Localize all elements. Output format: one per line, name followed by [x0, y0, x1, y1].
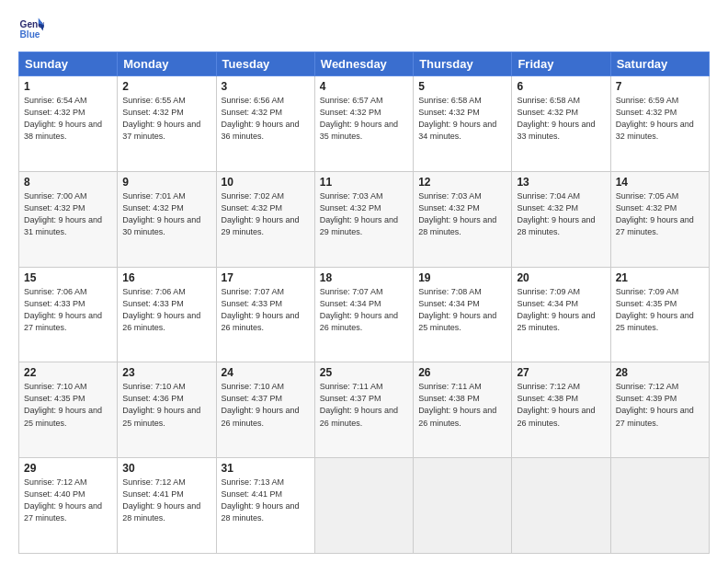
day-info: Sunrise: 7:10 AMSunset: 4:37 PMDaylight:…	[222, 382, 300, 427]
day-info: Sunrise: 7:03 AMSunset: 4:32 PMDaylight:…	[418, 191, 496, 236]
day-number: 31	[222, 462, 310, 475]
calendar-cell: 21Sunrise: 7:09 AMSunset: 4:35 PMDayligh…	[610, 267, 709, 362]
calendar-cell: 10Sunrise: 7:02 AMSunset: 4:32 PMDayligh…	[216, 171, 314, 267]
day-number: 16	[122, 271, 210, 284]
day-number: 4	[320, 80, 408, 93]
day-number: 13	[517, 176, 605, 189]
calendar-cell: 7Sunrise: 6:59 AMSunset: 4:32 PMDaylight…	[610, 76, 709, 172]
day-number: 26	[418, 366, 506, 379]
day-number: 17	[222, 271, 310, 284]
day-info: Sunrise: 7:12 AMSunset: 4:40 PMDaylight:…	[24, 477, 102, 523]
weekday-header-row: SundayMondayTuesdayWednesdayThursdayFrid…	[19, 52, 710, 76]
calendar-cell: 2Sunrise: 6:55 AMSunset: 4:32 PMDaylight…	[118, 76, 216, 172]
weekday-monday: Monday	[118, 52, 216, 76]
calendar-cell: 12Sunrise: 7:03 AMSunset: 4:32 PMDayligh…	[414, 171, 512, 267]
weekday-thursday: Thursday	[414, 52, 512, 76]
weekday-tuesday: Tuesday	[216, 52, 314, 76]
calendar-cell: 16Sunrise: 7:06 AMSunset: 4:33 PMDayligh…	[118, 267, 216, 362]
calendar-cell: 11Sunrise: 7:03 AMSunset: 4:32 PMDayligh…	[314, 171, 413, 267]
weekday-friday: Friday	[512, 52, 610, 76]
calendar-cell: 6Sunrise: 6:58 AMSunset: 4:32 PMDaylight…	[512, 76, 610, 172]
page: General Blue SundayMondayTuesdayWednesda…	[0, 0, 728, 563]
day-info: Sunrise: 6:55 AMSunset: 4:32 PMDaylight:…	[122, 96, 200, 141]
weekday-sunday: Sunday	[19, 52, 118, 76]
day-number: 30	[122, 462, 210, 475]
weekday-wednesday: Wednesday	[314, 52, 413, 76]
calendar-cell: 13Sunrise: 7:04 AMSunset: 4:32 PMDayligh…	[512, 171, 610, 267]
calendar-week-4: 22Sunrise: 7:10 AMSunset: 4:35 PMDayligh…	[19, 362, 710, 458]
day-info: Sunrise: 7:12 AMSunset: 4:41 PMDaylight:…	[122, 477, 200, 523]
calendar-cell: 27Sunrise: 7:12 AMSunset: 4:38 PMDayligh…	[512, 362, 610, 458]
day-number: 29	[24, 462, 112, 475]
day-info: Sunrise: 7:12 AMSunset: 4:39 PMDaylight:…	[616, 382, 694, 427]
calendar-cell: 26Sunrise: 7:11 AMSunset: 4:38 PMDayligh…	[414, 362, 512, 458]
day-number: 7	[616, 80, 704, 93]
calendar-cell: 25Sunrise: 7:11 AMSunset: 4:37 PMDayligh…	[314, 362, 413, 458]
calendar-table: SundayMondayTuesdayWednesdayThursdayFrid…	[18, 52, 710, 554]
day-number: 2	[122, 80, 210, 93]
day-number: 18	[320, 271, 408, 284]
header: General Blue	[18, 17, 710, 42]
weekday-saturday: Saturday	[610, 52, 709, 76]
day-info: Sunrise: 7:00 AMSunset: 4:32 PMDaylight:…	[24, 191, 102, 236]
day-info: Sunrise: 7:02 AMSunset: 4:32 PMDaylight:…	[222, 191, 300, 236]
svg-text:Blue: Blue	[20, 29, 40, 40]
calendar-cell: 8Sunrise: 7:00 AMSunset: 4:32 PMDaylight…	[19, 171, 118, 267]
day-info: Sunrise: 7:09 AMSunset: 4:35 PMDaylight:…	[616, 287, 694, 332]
day-info: Sunrise: 7:05 AMSunset: 4:32 PMDaylight:…	[616, 191, 694, 236]
day-info: Sunrise: 7:01 AMSunset: 4:32 PMDaylight:…	[122, 191, 200, 236]
calendar-cell: 3Sunrise: 6:56 AMSunset: 4:32 PMDaylight…	[216, 76, 314, 172]
day-info: Sunrise: 7:07 AMSunset: 4:34 PMDaylight:…	[320, 287, 398, 332]
day-number: 1	[24, 80, 112, 93]
calendar-cell: 22Sunrise: 7:10 AMSunset: 4:35 PMDayligh…	[19, 362, 118, 458]
calendar-week-5: 29Sunrise: 7:12 AMSunset: 4:40 PMDayligh…	[19, 458, 710, 554]
day-number: 23	[122, 366, 210, 379]
day-info: Sunrise: 6:58 AMSunset: 4:32 PMDaylight:…	[418, 96, 496, 141]
calendar-cell: 24Sunrise: 7:10 AMSunset: 4:37 PMDayligh…	[216, 362, 314, 458]
calendar-cell	[512, 458, 610, 554]
day-info: Sunrise: 7:08 AMSunset: 4:34 PMDaylight:…	[418, 287, 496, 332]
day-info: Sunrise: 7:10 AMSunset: 4:35 PMDaylight:…	[24, 382, 102, 427]
day-info: Sunrise: 7:06 AMSunset: 4:33 PMDaylight:…	[122, 287, 200, 332]
calendar-cell: 5Sunrise: 6:58 AMSunset: 4:32 PMDaylight…	[414, 76, 512, 172]
day-info: Sunrise: 6:57 AMSunset: 4:32 PMDaylight:…	[320, 96, 398, 141]
calendar-cell: 4Sunrise: 6:57 AMSunset: 4:32 PMDaylight…	[314, 76, 413, 172]
day-number: 12	[418, 176, 506, 189]
day-info: Sunrise: 7:06 AMSunset: 4:33 PMDaylight:…	[24, 287, 102, 332]
day-info: Sunrise: 6:56 AMSunset: 4:32 PMDaylight:…	[222, 96, 300, 141]
day-info: Sunrise: 7:11 AMSunset: 4:37 PMDaylight:…	[320, 382, 398, 427]
day-info: Sunrise: 7:09 AMSunset: 4:34 PMDaylight:…	[517, 287, 595, 332]
calendar-week-2: 8Sunrise: 7:00 AMSunset: 4:32 PMDaylight…	[19, 171, 710, 267]
day-number: 22	[24, 366, 112, 379]
calendar-cell: 17Sunrise: 7:07 AMSunset: 4:33 PMDayligh…	[216, 267, 314, 362]
day-number: 3	[222, 80, 310, 93]
calendar-cell: 29Sunrise: 7:12 AMSunset: 4:40 PMDayligh…	[19, 458, 118, 554]
day-number: 28	[616, 366, 704, 379]
day-number: 24	[222, 366, 310, 379]
day-number: 21	[616, 271, 704, 284]
calendar-week-1: 1Sunrise: 6:54 AMSunset: 4:32 PMDaylight…	[19, 76, 710, 172]
calendar-week-3: 15Sunrise: 7:06 AMSunset: 4:33 PMDayligh…	[19, 267, 710, 362]
calendar-cell: 19Sunrise: 7:08 AMSunset: 4:34 PMDayligh…	[414, 267, 512, 362]
calendar-cell: 30Sunrise: 7:12 AMSunset: 4:41 PMDayligh…	[118, 458, 216, 554]
calendar-cell	[314, 458, 413, 554]
day-number: 19	[418, 271, 506, 284]
logo: General Blue	[18, 17, 44, 42]
calendar-cell: 23Sunrise: 7:10 AMSunset: 4:36 PMDayligh…	[118, 362, 216, 458]
day-info: Sunrise: 7:11 AMSunset: 4:38 PMDaylight:…	[418, 382, 496, 427]
calendar-cell: 20Sunrise: 7:09 AMSunset: 4:34 PMDayligh…	[512, 267, 610, 362]
day-number: 5	[418, 80, 506, 93]
day-number: 8	[24, 176, 112, 189]
calendar-cell: 31Sunrise: 7:13 AMSunset: 4:41 PMDayligh…	[216, 458, 314, 554]
day-number: 25	[320, 366, 408, 379]
calendar-cell: 14Sunrise: 7:05 AMSunset: 4:32 PMDayligh…	[610, 171, 709, 267]
calendar-cell	[610, 458, 709, 554]
day-info: Sunrise: 6:59 AMSunset: 4:32 PMDaylight:…	[616, 96, 694, 141]
calendar-cell: 15Sunrise: 7:06 AMSunset: 4:33 PMDayligh…	[19, 267, 118, 362]
day-info: Sunrise: 6:54 AMSunset: 4:32 PMDaylight:…	[24, 96, 102, 141]
day-info: Sunrise: 7:10 AMSunset: 4:36 PMDaylight:…	[122, 382, 200, 427]
day-number: 6	[517, 80, 605, 93]
calendar-cell: 28Sunrise: 7:12 AMSunset: 4:39 PMDayligh…	[610, 362, 709, 458]
calendar-cell: 9Sunrise: 7:01 AMSunset: 4:32 PMDaylight…	[118, 171, 216, 267]
day-number: 14	[616, 176, 704, 189]
